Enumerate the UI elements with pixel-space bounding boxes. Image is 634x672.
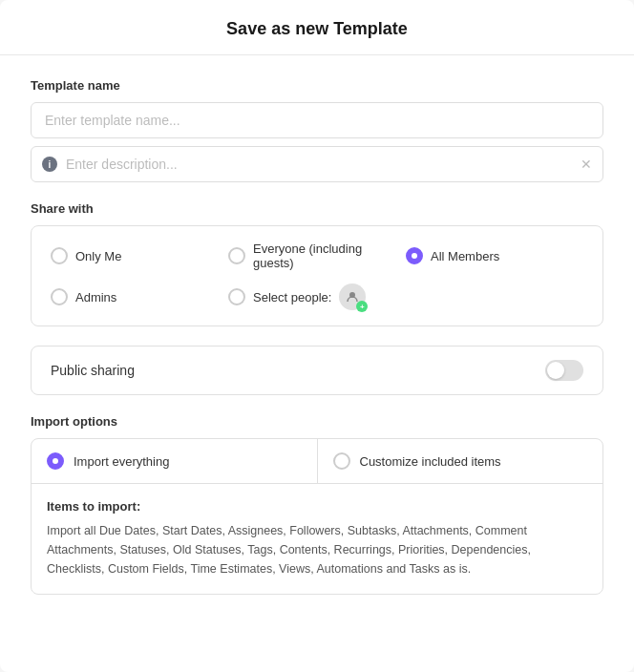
radio-label-only-me: Only Me — [75, 249, 121, 263]
clear-icon[interactable]: ✕ — [581, 157, 592, 172]
import-options-container: Import everything Customize included ite… — [31, 438, 603, 595]
radio-only-me[interactable]: Only Me — [51, 247, 228, 264]
public-sharing-section: Public sharing — [31, 346, 603, 395]
items-heading: Items to import: — [47, 499, 587, 514]
customize-option[interactable]: Customize included items — [318, 439, 603, 484]
radio-circle-admins — [51, 288, 68, 305]
modal-header: Save as new Template — [0, 0, 634, 55]
items-to-import: Items to import: Import all Due Dates, S… — [32, 484, 602, 594]
share-with-label: Share with — [31, 201, 603, 216]
share-options-container: Only Me Everyone (including guests) All … — [31, 225, 603, 326]
template-name-input[interactable] — [31, 102, 603, 138]
save-template-modal: Save as new Template Template name i ✕ S… — [0, 0, 634, 672]
radio-everyone[interactable]: Everyone (including guests) — [228, 242, 406, 270]
public-sharing-label: Public sharing — [51, 363, 135, 378]
description-wrapper: i ✕ — [31, 146, 603, 182]
radio-circle-import-everything — [47, 452, 64, 470]
add-badge: + — [356, 301, 368, 312]
radio-label-everyone: Everyone (including guests) — [253, 242, 406, 270]
share-grid: Only Me Everyone (including guests) All … — [51, 242, 583, 310]
radio-admins[interactable]: Admins — [51, 288, 228, 305]
description-input[interactable] — [31, 146, 603, 182]
modal-body: Template name i ✕ Share with Only Me — [0, 55, 634, 637]
radio-all-members[interactable]: All Members — [406, 247, 583, 264]
import-options-label: Import options — [31, 414, 603, 429]
share-with-section: Share with Only Me Everyone (including g… — [31, 201, 603, 326]
modal-title: Save as new Template — [23, 19, 611, 39]
import-everything-label: Import everything — [74, 454, 169, 469]
radio-circle-everyone — [228, 247, 245, 264]
template-name-label: Template name — [31, 78, 603, 93]
public-sharing-toggle[interactable] — [545, 360, 583, 381]
import-everything-option[interactable]: Import everything — [32, 439, 318, 484]
radio-select-people[interactable]: Select people: + — [228, 284, 406, 310]
radio-circle-select-people — [228, 288, 245, 305]
items-description: Import all Due Dates, Start Dates, Assig… — [47, 521, 587, 578]
import-options-section: Import options Import everything Customi… — [31, 414, 603, 595]
import-radio-row: Import everything Customize included ite… — [32, 439, 602, 484]
add-people-icon[interactable]: + — [339, 284, 366, 310]
radio-circle-customize — [333, 452, 350, 470]
radio-label-all-members: All Members — [431, 249, 499, 263]
radio-label-select-people: Select people: — [253, 290, 331, 304]
info-icon: i — [42, 157, 57, 172]
template-name-section: Template name i ✕ — [31, 78, 603, 182]
customize-label: Customize included items — [360, 454, 501, 469]
radio-circle-all-members — [406, 247, 423, 264]
radio-label-admins: Admins — [75, 290, 116, 304]
radio-circle-only-me — [51, 247, 68, 264]
